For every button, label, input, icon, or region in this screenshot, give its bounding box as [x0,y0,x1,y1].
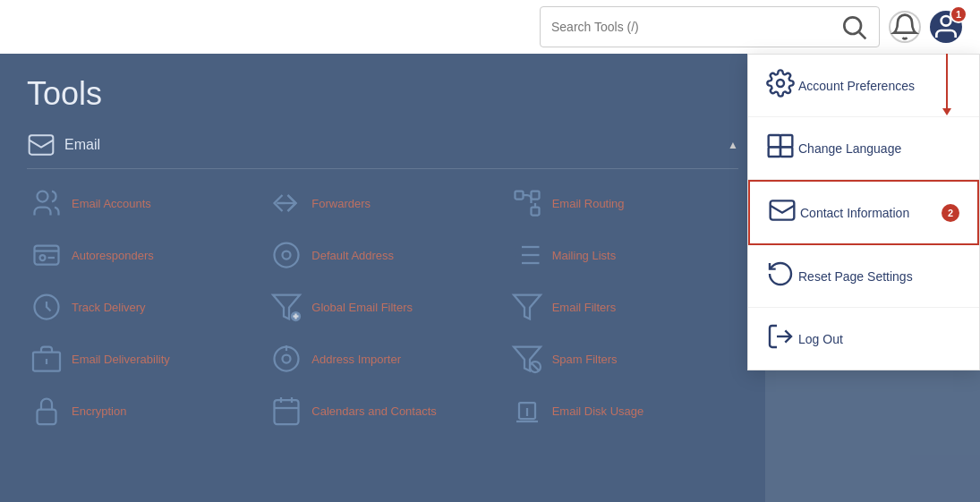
dropdown-contact-information-label: Contact Information [800,206,909,220]
email-section-header: Email ▲ [27,131,738,169]
dropdown-log-out[interactable]: Log Out [748,308,979,370]
dropdown-reset-page-settings-label: Reset Page Settings [798,269,913,284]
svg-rect-10 [35,246,59,265]
notifications-button[interactable] [889,11,921,43]
gear-icon [766,69,786,102]
svg-point-12 [275,243,299,268]
avatar-container: 1 [930,11,962,43]
svg-rect-46 [771,200,795,219]
svg-line-1 [859,32,865,38]
search-input[interactable] [551,20,832,34]
svg-point-11 [40,255,46,260]
tool-forwarders[interactable]: Forwarders [267,183,498,223]
tool-encryption[interactable]: Encryption [27,391,258,430]
svg-rect-34 [38,410,56,425]
tool-address-importer[interactable]: Address Importer [267,339,498,379]
dropdown-menu: Account Preferences Change Language [747,54,980,370]
tool-autoresponders[interactable]: Autoresponders [27,235,258,275]
svg-rect-43 [780,135,792,147]
svg-point-4 [38,191,48,202]
tool-email-deliverability-label: Email Deliverability [72,353,170,366]
dropdown-contact-information[interactable]: Contact Information 2 [748,180,979,245]
tool-encryption-label: Encryption [72,404,126,418]
svg-rect-35 [275,400,299,424]
dropdown-account-preferences-label: Account Preferences [798,79,915,93]
tool-email-accounts[interactable]: Email Accounts [27,183,258,223]
svg-rect-7 [531,191,539,200]
svg-point-29 [283,355,291,363]
page-title: Tools [27,75,738,113]
tool-email-filters-label: Email Filters [552,301,617,314]
tool-spam-filters[interactable]: Spam Filters [507,339,738,379]
arrow-tip [942,108,951,115]
tool-default-address[interactable]: Default Address [267,235,498,275]
dropdown-reset-page-settings[interactable]: Reset Page Settings [748,245,979,308]
svg-point-0 [844,17,861,34]
logout-icon [766,322,786,355]
svg-rect-6 [515,191,523,200]
svg-marker-25 [514,295,541,319]
tool-mailing-lists[interactable]: Mailing Lists [507,235,738,275]
tool-email-disk-usage-label: Email Disk Usage [552,404,644,418]
svg-rect-45 [780,147,792,157]
contact-info-badge: 2 [942,204,959,222]
tool-mailing-lists-label: Mailing Lists [552,249,617,262]
arrow-line [946,54,948,109]
tools-panel: Tools Email ▲ Email Accoun [0,54,765,502]
tool-email-accounts-label: Email Accounts [72,197,151,210]
tool-forwarders-label: Forwarders [311,197,371,210]
tool-email-routing[interactable]: Email Routing [507,183,738,223]
tool-calendars-and-contacts[interactable]: Calendars and Contacts [267,391,498,430]
svg-rect-42 [769,135,780,147]
tool-spam-filters-label: Spam Filters [552,353,618,366]
svg-rect-44 [769,147,780,157]
email-section-label: Email [64,137,100,153]
dropdown-change-language[interactable]: Change Language [748,117,979,180]
dropdown-change-language-label: Change Language [798,141,901,156]
tool-global-email-filters-label: Global Email Filters [311,301,413,314]
main-content: Tools Email ▲ Email Accoun [0,54,980,502]
svg-point-41 [777,80,784,87]
tool-track-delivery-label: Track Delivery [72,301,146,314]
tool-address-importer-label: Address Importer [311,353,401,366]
svg-point-13 [283,251,291,260]
language-icon [766,132,786,165]
header: 1 [0,0,980,54]
svg-line-33 [532,363,539,370]
tool-calendars-contacts-label: Calendars and Contacts [311,404,436,418]
tool-track-delivery[interactable]: Track Delivery [27,287,258,327]
search-button[interactable] [839,13,868,41]
email-tools-grid: Email Accounts Forwarders [27,183,738,430]
svg-rect-3 [30,135,54,154]
tool-email-routing-label: Email Routing [552,197,625,210]
tool-default-address-label: Default Address [311,249,394,262]
tool-email-filters[interactable]: Email Filters [507,287,738,327]
search-bar[interactable] [540,6,880,47]
tool-email-deliverability[interactable]: Email Deliverability [27,339,258,379]
envelope-icon [768,196,788,229]
svg-rect-8 [531,208,539,216]
avatar-badge: 1 [950,5,967,23]
dropdown-log-out-label: Log Out [798,332,843,346]
refresh-icon [766,260,786,293]
email-section-title: Email [27,131,100,159]
tool-autoresponders-label: Autoresponders [72,249,154,262]
tool-email-disk-usage[interactable]: Email Disk Usage [507,391,738,430]
tool-global-email-filters[interactable]: Global Email Filters [267,287,498,327]
chevron-up-icon: ▲ [728,139,738,151]
